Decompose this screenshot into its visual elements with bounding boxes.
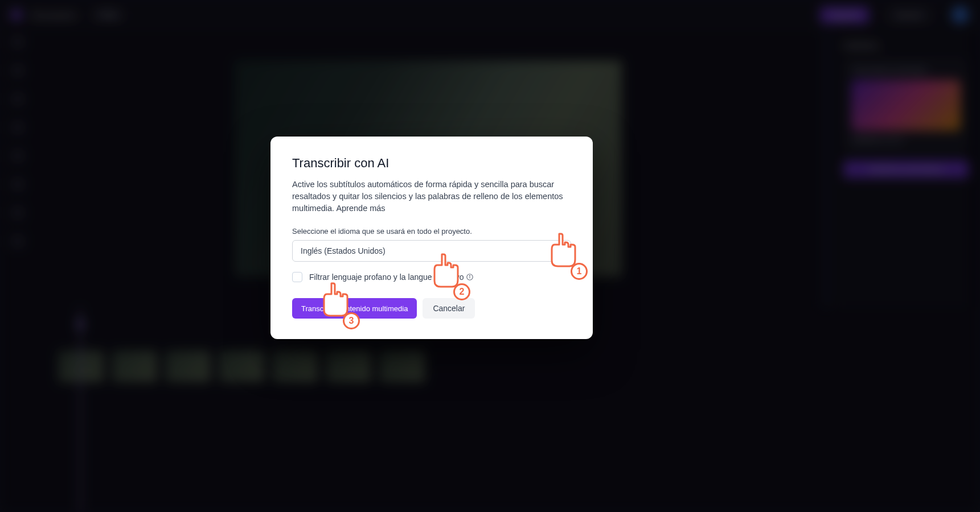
- transcribe-button[interactable]: Transcribir contenido multimedia: [292, 298, 417, 319]
- modal-button-row: Transcribir contenido multimedia Cancela…: [292, 298, 571, 319]
- language-select-value: Inglés (Estados Unidos): [301, 246, 386, 255]
- modal-description: Active los subtítulos automáticos de for…: [292, 179, 571, 214]
- cancel-button[interactable]: Cancelar: [423, 298, 475, 319]
- filter-profanity-label: Filtrar lenguaje profano y la langue ofe…: [309, 272, 474, 282]
- learn-more-link[interactable]: Aprende más: [336, 204, 385, 213]
- modal-title: Transcribir con AI: [292, 156, 571, 171]
- language-select[interactable]: Inglés (Estados Unidos): [292, 240, 571, 262]
- chevron-down-icon: [556, 246, 564, 256]
- filter-profanity-row: Filtrar lenguaje profano y la langue ofe…: [292, 272, 571, 282]
- transcribe-modal: Transcribir con AI Active los subtítulos…: [270, 137, 593, 339]
- svg-point-2: [469, 275, 470, 276]
- language-field-label: Seleccione el idioma que se usará en tod…: [292, 227, 571, 236]
- filter-profanity-checkbox[interactable]: [292, 272, 302, 282]
- info-icon[interactable]: [466, 273, 474, 281]
